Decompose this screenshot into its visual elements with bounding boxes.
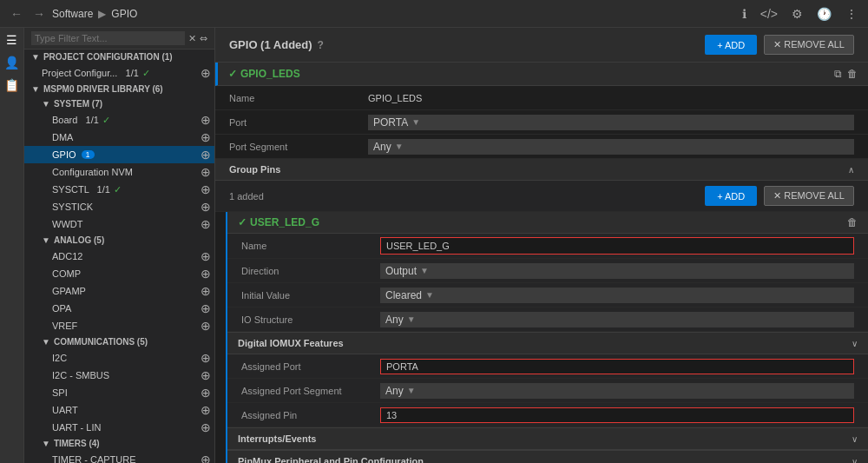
- add-icon[interactable]: ⊕: [201, 148, 211, 162]
- item-label: I2C - SMBUS: [52, 370, 109, 380]
- info-icon[interactable]: ℹ: [739, 5, 750, 23]
- add-icon[interactable]: ⊕: [201, 130, 211, 144]
- section-triangle: ▼: [31, 84, 40, 94]
- sidebar-item-gpio[interactable]: GPIO 1 ⊕: [24, 146, 214, 163]
- assigned-pin-input[interactable]: [386, 410, 848, 420]
- group-pins-collapse-icon[interactable]: ∧: [848, 165, 854, 175]
- port-select-wrapper[interactable]: PORTA ▼: [368, 115, 854, 130]
- assigned-port-input[interactable]: [386, 361, 848, 372]
- add-icon[interactable]: ⊕: [201, 368, 211, 382]
- sidebar-section-timers[interactable]: ▼ TIMERS (4): [24, 436, 214, 451]
- code-icon[interactable]: </>: [757, 5, 781, 23]
- direction-select-wrapper[interactable]: Output ▼: [380, 263, 854, 279]
- sidebar-item-uart-lin[interactable]: UART - LIN ⊕: [24, 419, 214, 436]
- pinmux-collapse-icon[interactable]: ∨: [852, 457, 858, 464]
- close-filter-icon[interactable]: ✕: [188, 33, 196, 44]
- interrupts-header[interactable]: Interrupts/Events ∨: [227, 427, 868, 450]
- sidebar-item-i2c[interactable]: I2C ⊕: [24, 349, 214, 367]
- sidebar-tree: ▼ PROJECT CONFIGURATION (1) Project Conf…: [24, 50, 214, 463]
- left-icon-bar: ☰ 👤 📋: [0, 28, 24, 463]
- user-icon[interactable]: 👤: [4, 56, 19, 69]
- sidebar-item-timer-capture[interactable]: TIMER - CAPTURE ⊕: [24, 451, 214, 463]
- add-button[interactable]: + ADD: [705, 35, 757, 55]
- gpio-info-icon[interactable]: ?: [318, 39, 324, 51]
- port-segment-select-wrapper[interactable]: Any ▼: [368, 139, 854, 155]
- assigned-port-segment-wrapper[interactable]: Any ▼: [380, 383, 854, 399]
- sidebar-section-analog[interactable]: ▼ ANALOG (5): [24, 233, 214, 248]
- io-structure-select-wrapper[interactable]: Any ▼: [380, 312, 854, 327]
- add-icon[interactable]: ⊕: [201, 249, 211, 263]
- check-icon: ✓: [102, 115, 110, 126]
- gpio-instance-header: ✓ GPIO_LEDS ⧉ 🗑: [215, 63, 868, 86]
- more-icon[interactable]: ⋮: [842, 5, 861, 23]
- section-label: COMMUNICATIONS (5): [54, 337, 148, 347]
- forward-button[interactable]: →: [30, 5, 49, 23]
- sidebar-item-sysctl[interactable]: SYSCTL 1/1 ✓ ⊕: [24, 181, 214, 198]
- add-icon[interactable]: ⊕: [201, 182, 211, 196]
- sidebar-item-spi[interactable]: SPI ⊕: [24, 384, 214, 401]
- add-icon[interactable]: ⊕: [201, 386, 211, 400]
- filter-input[interactable]: [31, 31, 185, 45]
- clipboard-icon[interactable]: 📋: [4, 78, 19, 92]
- sidebar-item-project-config[interactable]: Project Configur... 1/1 ✓ ⊕: [24, 64, 214, 82]
- digital-iomux-header[interactable]: Digital IOMUX Features ∨: [227, 332, 868, 354]
- add-icon[interactable]: ⊕: [201, 217, 211, 231]
- add-icon[interactable]: ⊕: [201, 351, 211, 365]
- sidebar-item-config-nvm[interactable]: Configuration NVM ⊕: [24, 163, 214, 181]
- sidebar-item-adc12[interactable]: ADC12 ⊕: [24, 248, 214, 265]
- interrupts-collapse-icon[interactable]: ∨: [852, 434, 858, 444]
- field-label-name: Name: [229, 93, 368, 103]
- add-icon[interactable]: ⊕: [201, 66, 211, 80]
- add-icon[interactable]: ⊕: [201, 403, 211, 417]
- pin-field-label-io-structure: IO Structure: [241, 314, 380, 325]
- assigned-port-segment-arrow: ▼: [407, 386, 416, 395]
- sidebar-section-project[interactable]: ▼ PROJECT CONFIGURATION (1): [24, 50, 214, 64]
- section-triangle: ▼: [42, 337, 50, 347]
- expand-icon[interactable]: ⇔: [200, 33, 207, 44]
- add-icon[interactable]: ⊕: [201, 267, 211, 281]
- sidebar-section-system[interactable]: ▼ SYSTEM (7): [24, 96, 214, 111]
- delete-icon[interactable]: 🗑: [847, 68, 858, 80]
- digital-iomux-collapse-icon[interactable]: ∨: [852, 339, 858, 348]
- initial-value-select-wrapper[interactable]: Cleared ▼: [380, 288, 854, 303]
- pin-item: ✓ USER_LED_G 🗑 Name Direction: [226, 212, 868, 463]
- assigned-port-wrapper: [380, 359, 854, 374]
- breadcrumb-software[interactable]: Software: [52, 8, 93, 20]
- add-icon[interactable]: ⊕: [201, 284, 211, 298]
- add-icon[interactable]: ⊕: [201, 200, 211, 214]
- add-icon[interactable]: ⊕: [201, 113, 211, 127]
- sidebar-item-wwdt[interactable]: WWDT ⊕: [24, 215, 214, 233]
- sidebar-section-mspm0[interactable]: ▼ MSPM0 DRIVER LIBRARY (6): [24, 82, 214, 96]
- add-icon[interactable]: ⊕: [201, 420, 211, 434]
- pin-add-button[interactable]: + ADD: [705, 186, 757, 206]
- sidebar-section-communications[interactable]: ▼ COMMUNICATIONS (5): [24, 334, 214, 349]
- sidebar-item-uart[interactable]: UART ⊕: [24, 401, 214, 419]
- sidebar-item-i2c-smbus[interactable]: I2C - SMBUS ⊕: [24, 367, 214, 384]
- pin-remove-all-button[interactable]: ✕ REMOVE ALL: [764, 186, 854, 206]
- back-button[interactable]: ←: [7, 5, 26, 23]
- sidebar-item-opa[interactable]: OPA ⊕: [24, 300, 214, 317]
- add-icon[interactable]: ⊕: [201, 453, 211, 463]
- pin-name-input[interactable]: [386, 241, 506, 251]
- sidebar-item-comp[interactable]: COMP ⊕: [24, 265, 214, 282]
- add-icon[interactable]: ⊕: [201, 319, 211, 333]
- pin-field-label-assigned-port-segment: Assigned Port Segment: [241, 386, 380, 396]
- sidebar-item-dma[interactable]: DMA ⊕: [24, 129, 214, 146]
- sidebar-item-gpamp[interactable]: GPAMP ⊕: [24, 282, 214, 300]
- main-layout: ☰ 👤 📋 ✕ ⇔ ▼ PROJECT CONFIGURATION (1) Pr…: [0, 28, 868, 463]
- settings-icon[interactable]: ⚙: [788, 5, 806, 23]
- add-icon[interactable]: ⊕: [201, 301, 211, 315]
- menu-icon[interactable]: ☰: [6, 33, 17, 47]
- copy-icon[interactable]: ⧉: [834, 68, 842, 80]
- add-icon[interactable]: ⊕: [201, 165, 211, 179]
- pin-delete-icon[interactable]: 🗑: [847, 216, 858, 228]
- pinmux-title: PinMux Peripheral and Pin Configuration: [238, 456, 424, 463]
- pinmux-header[interactable]: PinMux Peripheral and Pin Configuration …: [227, 450, 868, 463]
- remove-all-button[interactable]: ✕ REMOVE ALL: [764, 35, 854, 55]
- sidebar-item-vref[interactable]: VREF ⊕: [24, 317, 214, 334]
- name-input[interactable]: [368, 93, 488, 103]
- sidebar-item-systick[interactable]: SYSTICK ⊕: [24, 198, 214, 215]
- sidebar-item-board[interactable]: Board 1/1 ✓ ⊕: [24, 111, 214, 129]
- breadcrumb-gpio: GPIO: [111, 8, 137, 20]
- history-icon[interactable]: 🕐: [813, 5, 835, 23]
